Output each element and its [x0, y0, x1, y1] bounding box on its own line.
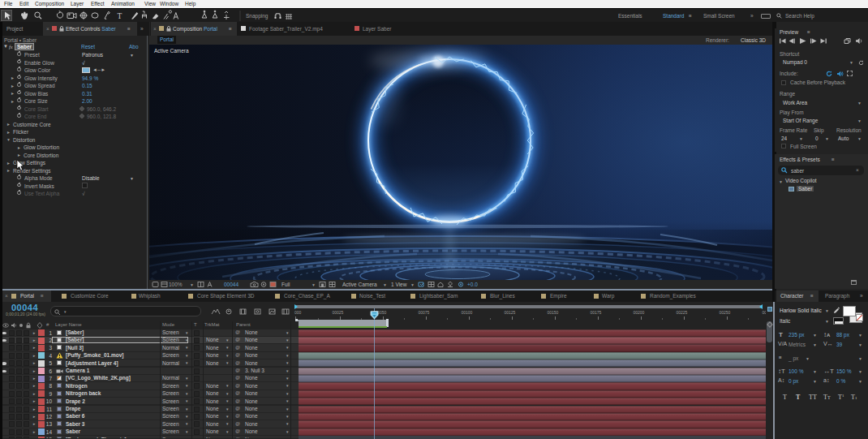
svg-text:Active Camera: Active Camera [154, 48, 189, 54]
svg-text:T: T [118, 12, 122, 20]
